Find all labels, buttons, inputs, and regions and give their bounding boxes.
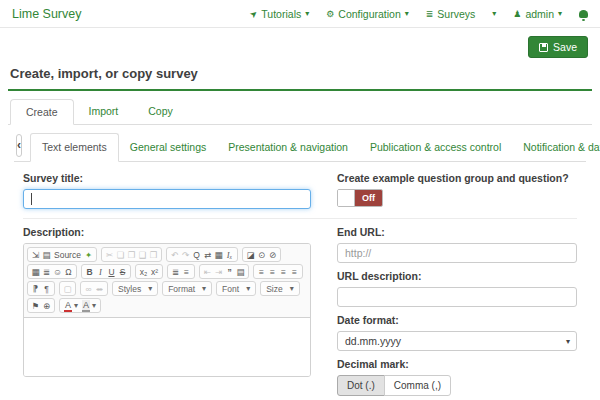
bidi-rtl-icon[interactable]: ¶	[41, 283, 52, 295]
chevron-down-icon: ▾	[405, 9, 409, 18]
size-dropdown[interactable]: Size ▾	[260, 281, 300, 296]
chevron-down-icon: ▾	[305, 9, 309, 18]
italic-icon[interactable]: I	[95, 266, 106, 278]
bidi-ltr-icon[interactable]: ⁋	[30, 283, 41, 295]
editor-group-editing: ↶ ↷ Q ⇄ ▦ Iₓ	[166, 247, 238, 262]
limereplacement-icon[interactable]: ✦	[83, 249, 94, 261]
nav-notifications[interactable]	[579, 10, 588, 18]
bold-icon[interactable]: B	[84, 266, 95, 278]
redo-icon[interactable]: ↷	[180, 249, 191, 261]
maximize-icon[interactable]: ⇲	[30, 249, 41, 261]
blockquote-icon[interactable]: ”	[224, 266, 235, 278]
special-char-icon[interactable]: Ω	[63, 266, 74, 278]
paste-word-icon[interactable]: ❒	[148, 249, 159, 261]
indent-icon[interactable]: ⇥	[213, 266, 224, 278]
media-icon[interactable]: ⊙	[256, 249, 267, 261]
select-all-icon[interactable]: ▦	[213, 249, 224, 261]
subtab-presentation-navigation[interactable]: Presentation & navigation	[217, 134, 359, 161]
tab-import[interactable]: Import	[74, 99, 134, 124]
flag-icon[interactable]: ⚑	[30, 300, 41, 312]
cut-icon[interactable]: ✂	[104, 249, 115, 261]
tab-create[interactable]: Create	[10, 99, 74, 125]
subscript-icon[interactable]: x₂	[138, 266, 149, 278]
nav-tutorials[interactable]: ➤ Tutorials ▾	[250, 8, 309, 20]
text-color-button[interactable]: A ▾	[62, 300, 80, 312]
text-cursor	[31, 193, 32, 205]
chevron-down-icon: ▾	[74, 301, 78, 310]
example-question-label: Create example question group and questi…	[337, 172, 577, 184]
survey-title-input[interactable]	[23, 189, 311, 209]
table-icon[interactable]: ▦	[30, 266, 41, 278]
undo-icon[interactable]: ↶	[169, 249, 180, 261]
survey-form: Survey title: Create example question gr…	[8, 162, 592, 400]
remove-format-icon[interactable]: Iₓ	[224, 249, 235, 261]
styles-dropdown-label: Styles	[118, 284, 141, 294]
subtab-general-settings[interactable]: General settings	[119, 134, 217, 161]
nav-surveys-dropdown-toggle[interactable]: ▾	[492, 9, 496, 18]
editor-group-links: ∞ ∞	[80, 281, 108, 296]
nav-configuration[interactable]: ⚙ Configuration ▾	[326, 8, 409, 20]
tab-copy[interactable]: Copy	[133, 99, 188, 124]
chevron-down-icon: ▾	[492, 9, 496, 18]
editor-group-language: ⚑ ⊕	[27, 298, 55, 313]
end-url-input[interactable]	[337, 243, 577, 263]
superscript-icon[interactable]: x²	[149, 266, 160, 278]
url-description-field-group: URL description:	[337, 270, 577, 307]
link-icon[interactable]: ∞	[83, 283, 94, 295]
align-left-icon[interactable]: ≡	[256, 266, 267, 278]
editor-content-area[interactable]	[24, 318, 310, 376]
date-format-select[interactable]: dd.mm.yyyy ▾	[337, 331, 577, 351]
format-dropdown[interactable]: Format ▾	[162, 281, 212, 296]
floppy-disk-icon	[539, 43, 548, 52]
iframe-icon[interactable]: ⊘	[267, 249, 278, 261]
outdent-icon[interactable]: ⇤	[202, 266, 213, 278]
font-dropdown[interactable]: Font ▾	[216, 281, 256, 296]
brand-logo[interactable]: Lime Survey	[12, 7, 81, 21]
underline-icon[interactable]: U	[106, 266, 117, 278]
subtab-publication-access-control[interactable]: Publication & access control	[359, 134, 512, 161]
bell-icon	[579, 10, 588, 18]
description-richtext-editor: ⇲ ▤ Source ✦ ✂ ❏ ❐ ❑ ❒	[23, 243, 311, 377]
styles-dropdown[interactable]: Styles ▾	[112, 281, 158, 296]
editor-group-align: ≡ ≡ ≡ ≡	[253, 264, 303, 279]
horizontal-rule-icon[interactable]: ≣	[41, 266, 52, 278]
decimal-comma-button[interactable]: Comma (,)	[384, 375, 451, 396]
chevron-down-icon: ▾	[566, 337, 570, 346]
chevron-down-icon: ▾	[148, 284, 152, 293]
div-container-icon[interactable]: ▤	[235, 266, 246, 278]
wrench-icon: ⚙	[326, 9, 334, 19]
decimal-dot-button[interactable]: Dot (.)	[337, 375, 385, 396]
copy-icon[interactable]: ❏	[115, 249, 126, 261]
strikethrough-icon[interactable]: S	[117, 266, 128, 278]
numbered-list-icon[interactable]: ≣	[170, 266, 181, 278]
decimal-mark-label: Decimal mark:	[337, 358, 577, 370]
align-right-icon[interactable]: ≡	[278, 266, 289, 278]
editor-toolbar-row-2: ▦ ≣ ☺ Ω B I U S x₂ x²	[27, 264, 307, 279]
source-button[interactable]: Source	[54, 250, 81, 260]
replace-icon[interactable]: ⇄	[202, 249, 213, 261]
editor-group-bidi: ⁋ ¶	[27, 281, 55, 296]
paste-text-icon[interactable]: ❑	[137, 249, 148, 261]
align-center-icon[interactable]: ≡	[267, 266, 278, 278]
subtab-notification-data-management[interactable]: Notification & data management	[512, 134, 600, 161]
smiley-icon[interactable]: ☺	[52, 266, 63, 278]
save-button[interactable]: Save	[528, 36, 588, 58]
source-doc-icon[interactable]: ▤	[41, 249, 52, 261]
bullet-list-icon[interactable]: ≡	[181, 266, 192, 278]
subtab-text-elements[interactable]: Text elements	[30, 133, 119, 162]
page-break-icon[interactable]: ▢	[62, 283, 73, 295]
image-icon[interactable]: ◪	[245, 249, 256, 261]
find-icon[interactable]: Q	[191, 249, 202, 261]
nav-admin[interactable]: ♟ admin ▾	[513, 8, 562, 20]
align-justify-icon[interactable]: ≡	[289, 266, 300, 278]
globe-icon[interactable]: ⊕	[41, 300, 52, 312]
end-url-label: End URL:	[337, 226, 577, 238]
url-description-input[interactable]	[337, 287, 577, 307]
paper-plane-icon: ➤	[247, 7, 259, 20]
subtabs-scroll-left-button[interactable]: ‹	[16, 134, 22, 157]
unlink-icon[interactable]: ∞	[94, 283, 105, 295]
example-question-toggle[interactable]: Off	[337, 189, 383, 207]
paste-icon[interactable]: ❐	[126, 249, 137, 261]
nav-surveys[interactable]: ≣ Surveys	[426, 8, 475, 20]
background-color-button[interactable]: A ▾	[80, 300, 98, 312]
